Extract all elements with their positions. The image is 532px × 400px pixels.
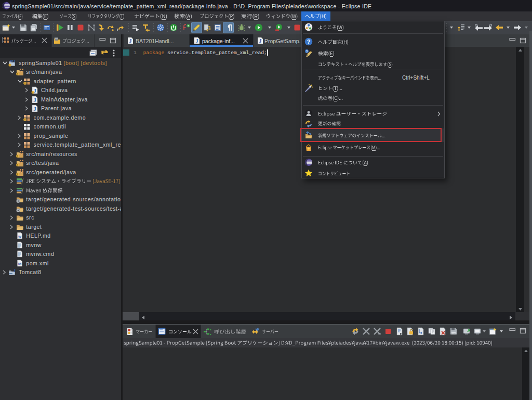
svg-text:J: J: [259, 38, 262, 44]
svg-text:J: J: [33, 97, 36, 103]
svg-text:J: J: [33, 106, 36, 112]
svg-text:?: ?: [306, 50, 308, 53]
svg-text:J: J: [129, 38, 132, 44]
svg-text:M: M: [18, 262, 22, 266]
svg-text:J: J: [14, 59, 16, 63]
svg-text:M: M: [10, 59, 13, 62]
svg-text:w: w: [18, 234, 22, 239]
svg-text:J: J: [196, 38, 198, 44]
svg-text:J: J: [14, 268, 16, 273]
svg-text:?: ?: [307, 38, 311, 45]
